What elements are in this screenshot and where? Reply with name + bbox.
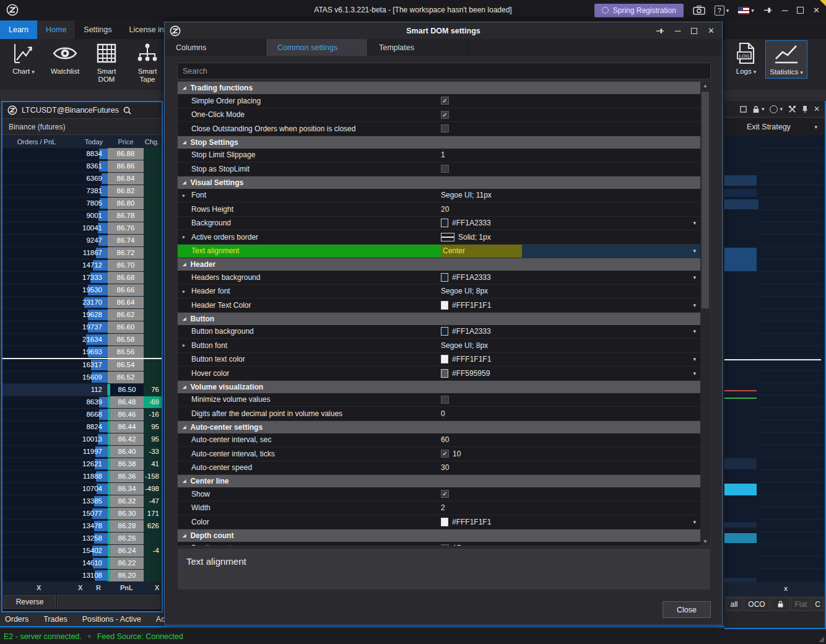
checkbox[interactable] (441, 124, 449, 133)
search-icon[interactable] (123, 107, 131, 115)
dom-row[interactable]: 1186786.72 (2, 247, 162, 259)
scrollbar-thumb[interactable] (702, 92, 709, 308)
col-price[interactable]: Price (108, 138, 144, 146)
color-swatch[interactable] (441, 273, 448, 282)
dom-row[interactable]: 1310886.20 (2, 570, 162, 582)
section-header[interactable]: ◢Auto-center settings (178, 421, 701, 433)
section-header[interactable]: ◢Depth count (178, 529, 701, 542)
dom-row[interactable]: 1262186.3841 (2, 458, 162, 471)
statistics-button[interactable]: Statistics▾ (765, 40, 807, 79)
flat-button[interactable]: Flat (791, 597, 811, 611)
logs-button[interactable]: LOG Logs▾ (731, 41, 762, 76)
color-swatch[interactable] (441, 355, 448, 363)
dialog-maximize-button[interactable] (691, 28, 697, 34)
language-selector[interactable]: ▾ (738, 7, 754, 14)
smart-tape-button[interactable]: Smart Tape (131, 41, 163, 84)
setting-row[interactable]: Headers background#FF1A2333▾ (178, 271, 701, 285)
dom-row[interactable]: 836186.86 (2, 160, 162, 173)
color-swatch[interactable] (441, 518, 448, 526)
maximize-button[interactable] (797, 7, 804, 14)
col-today[interactable]: Today (71, 138, 108, 146)
dom-row[interactable]: 1461086.22 (2, 557, 162, 570)
setting-row[interactable]: Close Outstanding Orders when position i… (178, 122, 701, 136)
section-header[interactable]: ◢Stop Settings (178, 136, 701, 149)
oco-button[interactable]: OCO (744, 597, 770, 611)
dom-row[interactable]: 738186.82 (2, 185, 162, 198)
dom-row[interactable]: 1962886.62 (2, 309, 162, 321)
setting-row[interactable]: ▸Button fontSegoe UI; 8px (178, 339, 701, 353)
dom-row[interactable]: 1560986.52 (2, 372, 162, 384)
resize-grip[interactable] (819, 637, 824, 642)
window-icon[interactable] (740, 106, 747, 113)
dom-row[interactable]: 1733386.68 (2, 272, 162, 284)
dom-row[interactable]: 1325886.26 (2, 533, 162, 545)
screenshot-camera-icon[interactable] (693, 6, 705, 15)
tab-orders[interactable]: Orders (5, 615, 28, 624)
dom-row[interactable]: 924786.74 (2, 235, 162, 247)
setting-row[interactable]: One-Click Mode✓ (178, 108, 701, 123)
dom-row[interactable]: 1347886.28626 (2, 520, 162, 533)
dom-row[interactable]: 866886.46-16 (2, 409, 162, 421)
tab-learn[interactable]: Learn (0, 20, 37, 39)
dom-row[interactable]: 1953086.66 (2, 284, 162, 297)
setting-row[interactable]: Button text color#FFF1F1F1▾ (178, 353, 701, 367)
checkbox[interactable] (441, 396, 449, 404)
col-orders-pnl[interactable]: Orders / PnL (2, 138, 71, 146)
pin-icon[interactable] (802, 105, 808, 113)
chevron-down-icon[interactable]: ▼ (87, 633, 92, 640)
setting-row[interactable]: Color#FFF1F1F1▾ (178, 515, 701, 529)
dom-row[interactable]: 2163486.58 (2, 334, 162, 346)
setting-row[interactable]: Button background#FF1A2333▾ (178, 325, 701, 339)
setting-row[interactable]: Auto-center interval, sec60 (178, 433, 701, 448)
dom-row[interactable]: 1471286.70 (2, 259, 162, 272)
setting-row[interactable]: Header Text Color#FFF1F1F1▾ (178, 298, 701, 313)
dom-row[interactable]: 11286.5076 (2, 384, 162, 396)
settings-search[interactable] (177, 63, 711, 79)
reverse-button[interactable]: Reverse (4, 595, 56, 609)
close-button[interactable]: ✕ (813, 6, 820, 14)
exchange-selector[interactable]: Binance (futures) (2, 119, 162, 135)
setting-row[interactable]: ▸FontSegoe UI; 11px (178, 189, 701, 203)
dom-panel-titlebar[interactable]: LTCUSDT@BinanceFutures (2, 102, 162, 119)
color-swatch[interactable] (441, 301, 448, 310)
setting-row[interactable]: Auto-center speed30 (178, 461, 701, 476)
tools-icon[interactable] (788, 105, 796, 113)
setting-row[interactable]: Background#FF1A2333▾ (178, 217, 701, 231)
dom-row[interactable]: 1631786.54 (2, 359, 162, 372)
setting-row[interactable]: Show✓ (178, 487, 701, 502)
lock-button[interactable] (771, 597, 790, 611)
dialog-minimize-button[interactable]: ─ (675, 27, 680, 35)
dom-row[interactable]: 1070486.34-498 (2, 483, 162, 495)
minimize-button[interactable]: ─ (782, 6, 788, 14)
col-chg[interactable]: Chg. (144, 138, 162, 146)
dom-row[interactable]: 1973786.60 (2, 321, 162, 334)
checkbox[interactable]: ✓ (441, 97, 449, 105)
setting-row[interactable]: Text alignmentCenter▾ (178, 245, 701, 259)
color-swatch[interactable] (441, 369, 448, 378)
dom-row[interactable]: 1507786.30171 (2, 508, 162, 520)
color-swatch[interactable] (441, 219, 448, 227)
server-status[interactable]: E2 - server connected. (4, 632, 82, 641)
setting-row[interactable]: Stop Limit Slippage1 (178, 149, 701, 163)
setting-row[interactable]: Rows Height20 (178, 202, 701, 217)
dom-row[interactable]: 1188886.36-158 (2, 471, 162, 483)
smart-dom-button[interactable]: Smart DOM (91, 41, 122, 84)
dom-row[interactable]: 1199786.40-33 (2, 446, 162, 458)
lock-menu-button[interactable]: ▾ (752, 105, 765, 113)
footer-x-orders[interactable]: X (37, 584, 41, 591)
dom-row[interactable]: 1004186.76 (2, 222, 162, 235)
footer-x[interactable]: x (784, 585, 788, 592)
footer-x-today[interactable]: X (78, 584, 82, 591)
checkbox[interactable]: ✓ (441, 490, 449, 498)
dialog-close-button[interactable]: Close (663, 601, 711, 618)
dom-row[interactable]: 2317086.64 (2, 297, 162, 309)
setting-row[interactable]: Minimize volume values (178, 393, 701, 407)
setting-row[interactable]: Hover color#FF595959▾ (178, 367, 701, 381)
exit-strategy-dropdown[interactable]: Exit Strategy ▾ (724, 118, 825, 136)
section-header[interactable]: ◢Trading functions (178, 82, 701, 94)
checkbox[interactable]: ✓ (441, 544, 449, 546)
tab-columns[interactable]: Columns (165, 39, 266, 56)
tab-home[interactable]: Home (37, 20, 75, 39)
scroll-down-icon[interactable]: ▼ (700, 539, 710, 544)
dialog-close-icon[interactable]: ✕ (708, 27, 715, 35)
